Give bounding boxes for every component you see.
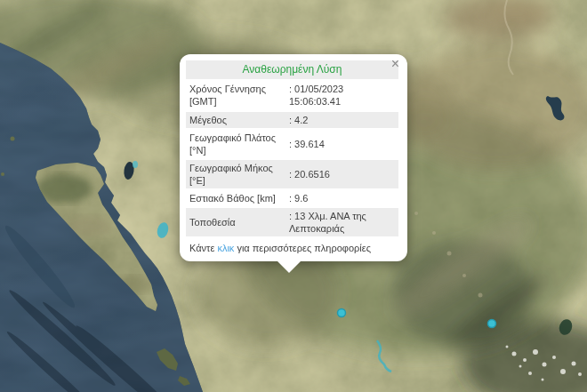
footer-text-post: για περισσότερες πληροφορίες	[234, 243, 371, 253]
row-value: : 01/05/2023 15:06:03.41	[285, 81, 398, 109]
more-info-text: Κάντε κλικ για περισσότερες πληροφορίες	[189, 243, 398, 253]
table-row: Γεωγραφικό Μήκος [°E] : 20.6516	[186, 160, 398, 188]
row-value: : 20.6516	[285, 160, 398, 188]
map-view: × Αναθεωρημένη Λύση Χρόνος Γέννησης [GMT…	[0, 0, 587, 392]
table-row: Εστιακό Βάθος [km] : 9.6	[186, 190, 398, 206]
lagoon-small	[133, 161, 138, 168]
row-value: : 9.6	[285, 190, 398, 206]
table-row: Μέγεθος : 4.2	[186, 112, 398, 128]
table-row: Χρόνος Γέννησης [GMT] : 01/05/2023 15:06…	[186, 81, 398, 109]
row-label: Τοποθεσία	[186, 208, 285, 236]
row-value: : 39.614	[285, 130, 398, 158]
row-label: Μέγεθος	[186, 112, 285, 128]
popup-pointer	[277, 260, 302, 273]
footer-text-pre: Κάντε	[189, 243, 217, 253]
event-details-table: Αναθεωρημένη Λύση Χρόνος Γέννησης [GMT] …	[186, 59, 398, 238]
close-icon[interactable]: ×	[390, 55, 401, 73]
popup-title: Αναθεωρημένη Λύση	[186, 60, 398, 79]
earthquake-info-popup: × Αναθεωρημένη Λύση Χρόνος Γέννησης [GMT…	[180, 54, 407, 261]
row-value: : 4.2	[285, 112, 398, 128]
islet	[11, 137, 15, 141]
row-label: Γεωγραφικό Μήκος [°E]	[186, 160, 285, 188]
islet	[1, 172, 4, 176]
row-label: Χρόνος Γέννησης [GMT]	[186, 81, 285, 109]
row-label: Γεωγραφικό Πλάτος [°N]	[186, 130, 285, 158]
row-label: Εστιακό Βάθος [km]	[186, 190, 285, 206]
row-value: : 13 Χλμ. ΑΝΑ της Λεπτοκαριάς	[285, 208, 398, 236]
more-info-link[interactable]: κλικ	[217, 243, 234, 253]
table-row: Γεωγραφικό Πλάτος [°N] : 39.614	[186, 130, 398, 158]
earthquake-marker[interactable]	[338, 309, 346, 317]
table-row: Τοποθεσία : 13 Χλμ. ΑΝΑ της Λεπτοκαριάς	[186, 208, 398, 236]
earthquake-marker[interactable]	[488, 320, 496, 328]
